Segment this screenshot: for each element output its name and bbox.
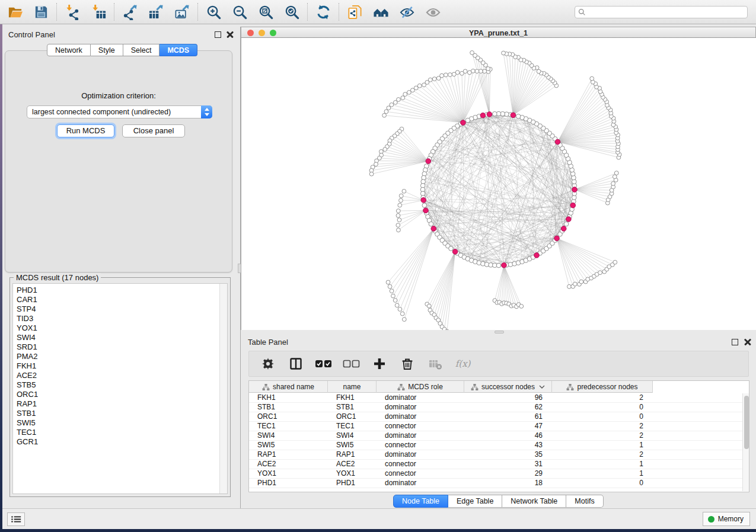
network-node[interactable] <box>390 289 394 293</box>
table-row[interactable]: STB1STB1dominator620 <box>249 403 742 412</box>
network-node[interactable] <box>387 106 391 110</box>
network-node[interactable] <box>402 189 406 193</box>
create-column-button[interactable] <box>371 355 388 373</box>
table-row[interactable]: ACE2ACE2connector311 <box>249 460 742 469</box>
export-network-button[interactable] <box>121 3 139 21</box>
network-node[interactable] <box>598 271 602 275</box>
tab-mcds[interactable]: MCDS <box>160 44 197 56</box>
float-panel-icon[interactable] <box>215 31 221 38</box>
table-row[interactable]: ORC1ORC1dominator610 <box>249 412 742 422</box>
tab-node-table[interactable]: Node Table <box>393 495 448 508</box>
network-hub-node[interactable] <box>452 249 458 255</box>
table-scrollbar-thumb[interactable] <box>744 396 749 449</box>
memory-button[interactable]: Memory <box>703 512 750 526</box>
network-hub-node[interactable] <box>566 217 572 222</box>
show-columns-button[interactable] <box>287 355 305 373</box>
table-scrollbar[interactable] <box>742 393 749 491</box>
horizontal-splitter-handle[interactable] <box>495 331 504 334</box>
network-hub-node[interactable] <box>561 226 566 232</box>
criterion-dropdown[interactable]: largest connected component (undirected) <box>27 105 212 118</box>
network-hub-node[interactable] <box>487 112 492 117</box>
mcds-result-list[interactable]: PHD1CAR1STP4TID3YOX1SWI4SRD1PMA2FKH1ACE2… <box>12 283 228 494</box>
table-row[interactable]: PHD1PHD1dominator180 <box>249 479 742 488</box>
network-hub-node[interactable] <box>461 120 466 126</box>
apply-layout-button[interactable] <box>314 3 332 21</box>
network-node[interactable] <box>448 73 452 77</box>
network-node[interactable] <box>460 71 464 75</box>
network-node[interactable] <box>502 51 506 55</box>
network-node[interactable] <box>396 213 400 217</box>
close-panel-icon[interactable] <box>227 31 234 38</box>
network-node[interactable] <box>611 181 615 185</box>
network-node[interactable] <box>614 171 618 175</box>
network-node[interactable] <box>386 280 390 284</box>
network-node[interactable] <box>429 222 433 226</box>
network-node[interactable] <box>449 246 454 251</box>
close-table-panel-icon[interactable] <box>744 338 751 345</box>
network-graph[interactable] <box>241 38 756 330</box>
network-node[interactable] <box>398 203 402 207</box>
close-panel-button[interactable]: Close panel <box>122 124 185 137</box>
network-node[interactable] <box>393 299 397 303</box>
mcds-result-item[interactable]: STB5 <box>13 380 227 390</box>
network-node[interactable] <box>382 113 387 117</box>
float-table-panel-icon[interactable] <box>732 339 738 345</box>
network-hub-node[interactable] <box>511 113 516 118</box>
network-node[interactable] <box>567 284 572 289</box>
network-node[interactable] <box>399 198 403 203</box>
mcds-result-item[interactable]: STB1 <box>13 409 227 418</box>
mcds-result-item[interactable]: SWI5 <box>13 418 227 428</box>
mcds-result-item[interactable]: ACE2 <box>13 371 227 380</box>
mcds-result-item[interactable]: CAR1 <box>13 295 227 305</box>
column-header-name[interactable]: name <box>328 381 377 393</box>
network-hub-node[interactable] <box>555 139 560 145</box>
mcds-result-item[interactable]: YOX1 <box>13 323 227 333</box>
network-node[interactable] <box>383 148 387 152</box>
network-canvas[interactable] <box>241 38 756 330</box>
network-node[interactable] <box>467 70 471 75</box>
network-hub-node[interactable] <box>572 187 578 193</box>
zoom-in-button[interactable] <box>205 3 222 21</box>
export-table-button[interactable] <box>147 3 165 21</box>
column-header-shared-name[interactable]: shared name <box>249 381 328 393</box>
network-node[interactable] <box>493 111 497 116</box>
network-node[interactable] <box>590 76 594 81</box>
mcds-result-item[interactable]: PMA2 <box>13 352 227 361</box>
first-neighbors-button[interactable] <box>372 3 390 21</box>
tab-select[interactable]: Select <box>123 44 160 56</box>
table-row[interactable]: SWI5SWI5connector431 <box>249 441 742 450</box>
network-node[interactable] <box>496 263 501 268</box>
search-input[interactable] <box>588 8 744 16</box>
network-node[interactable] <box>579 280 583 284</box>
network-node[interactable] <box>391 294 395 298</box>
network-node[interactable] <box>369 172 374 176</box>
zoom-out-button[interactable] <box>231 3 248 21</box>
table-options-button[interactable] <box>259 355 277 373</box>
network-node[interactable] <box>397 228 401 232</box>
export-image-button[interactable] <box>173 3 191 21</box>
task-history-button[interactable] <box>7 512 25 526</box>
mcds-result-item[interactable]: GCR1 <box>13 437 227 447</box>
network-node[interactable] <box>407 91 411 95</box>
mcds-result-item[interactable]: FKH1 <box>13 361 227 371</box>
table-row[interactable]: TEC1TEC1connector472 <box>249 422 742 431</box>
mcds-result-item[interactable]: SWI4 <box>13 333 227 342</box>
network-node[interactable] <box>399 194 403 198</box>
search-box[interactable] <box>575 6 748 18</box>
network-node[interactable] <box>403 92 407 97</box>
network-hub-node[interactable] <box>431 226 436 232</box>
network-hub-node[interactable] <box>534 253 540 258</box>
network-hub-node[interactable] <box>426 159 431 164</box>
network-node[interactable] <box>483 69 487 73</box>
network-node[interactable] <box>475 69 479 73</box>
mcds-result-item[interactable]: PHD1 <box>13 284 227 295</box>
run-mcds-button[interactable]: Run MCDS <box>57 124 114 137</box>
zoom-selected-button[interactable] <box>283 3 301 21</box>
open-file-button[interactable] <box>6 3 24 21</box>
tab-edge-table[interactable]: Edge Table <box>448 495 502 508</box>
network-node[interactable] <box>432 77 436 81</box>
network-hub-node[interactable] <box>502 262 507 268</box>
mcds-result-item[interactable]: TEC1 <box>13 428 227 437</box>
network-hub-node[interactable] <box>554 236 560 241</box>
network-hub-node[interactable] <box>423 208 429 213</box>
